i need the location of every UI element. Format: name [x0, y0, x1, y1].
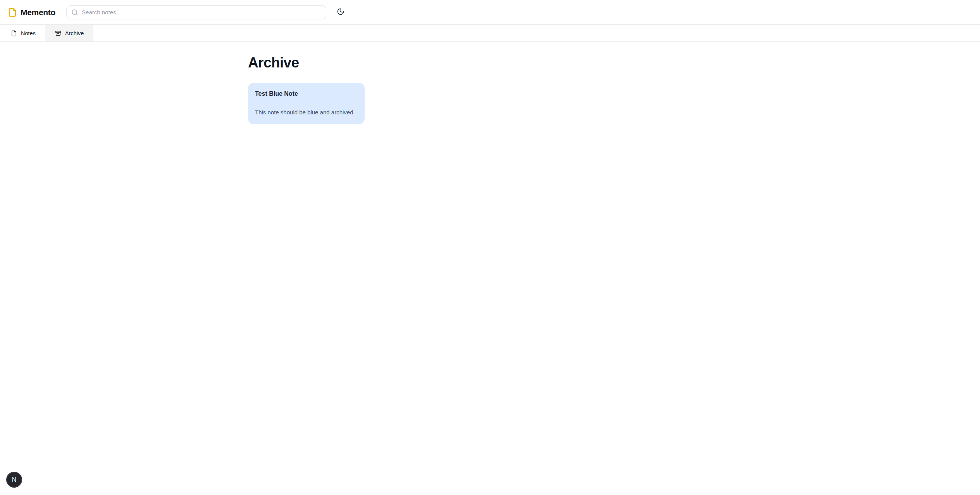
tab-notes[interactable]: Notes	[1, 25, 45, 41]
fab-new-note-button[interactable]: N	[6, 472, 22, 488]
fab-label: N	[12, 476, 17, 483]
note-body: This note should be blue and archived	[255, 109, 358, 116]
theme-toggle-button[interactable]	[333, 5, 348, 20]
notes-grid: Test Blue Note This note should be blue …	[248, 83, 732, 124]
page-title: Archive	[248, 55, 732, 71]
search-icon	[71, 9, 78, 16]
archive-icon	[55, 30, 61, 36]
tab-archive-label: Archive	[65, 30, 84, 36]
app-header: Memento	[0, 0, 980, 25]
search-input[interactable]	[82, 9, 321, 16]
note-title: Test Blue Note	[255, 90, 358, 97]
tab-bar: Notes Archive	[0, 25, 980, 42]
tab-archive[interactable]: Archive	[45, 25, 93, 41]
app-logo-file-icon	[8, 8, 17, 17]
tab-notes-label: Notes	[21, 30, 36, 36]
moon-icon	[337, 8, 344, 17]
app-title: Memento	[21, 8, 55, 17]
search-box[interactable]	[66, 5, 326, 19]
note-card[interactable]: Test Blue Note This note should be blue …	[248, 83, 365, 124]
main-content: Archive Test Blue Note This note should …	[248, 42, 732, 124]
file-icon	[11, 30, 17, 36]
